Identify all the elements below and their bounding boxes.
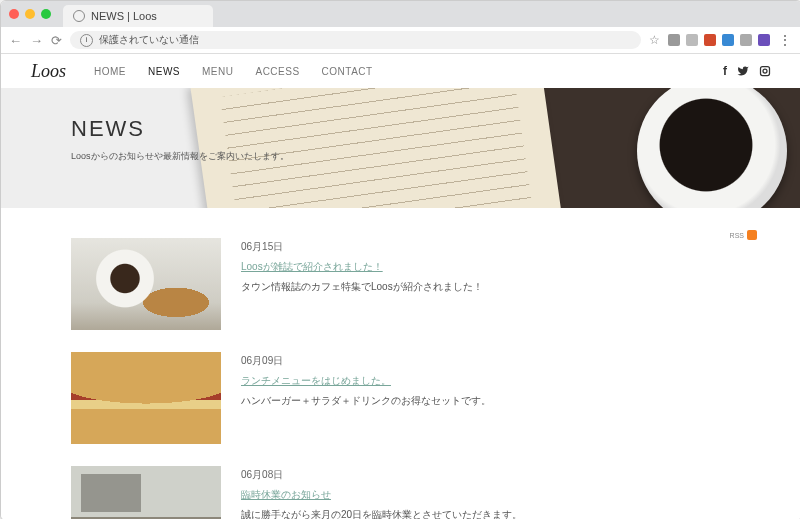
site-info-icon[interactable]: i [80,34,93,47]
news-date: 06月15日 [241,238,483,256]
address-security-label: 保護されていない通信 [99,33,199,47]
window-controls [9,9,51,19]
news-item: 06月08日 臨時休業のお知らせ 誠に勝手ながら来月の20日を臨時休業とさせてい… [71,466,731,519]
news-item: 06月09日 ランチメニューをはじめました。 ハンバーガー＋サラダ＋ドリンクのお… [71,352,731,444]
extension-icon[interactable] [668,34,680,46]
page-title: NEWS [71,116,289,142]
facebook-icon[interactable]: f [723,64,727,78]
news-list: 06月15日 Loosが雑誌で紹介されました！ タウン情報誌のカフェ特集でLoo… [71,238,731,519]
browser-tab[interactable]: NEWS | Loos [63,5,213,27]
news-thumbnail[interactable] [71,238,221,330]
tab-title: NEWS | Loos [91,10,157,22]
social-links: f [723,64,771,78]
browser-menu-button[interactable]: ⋮ [778,32,793,48]
main-content: RSS 06月15日 Loosが雑誌で紹介されました！ タウン情報誌のカフェ特集… [1,208,800,519]
twitter-icon[interactable] [737,64,749,78]
zoom-window-button[interactable] [41,9,51,19]
site-logo[interactable]: Loos [31,61,66,82]
nav-home[interactable]: HOME [94,66,126,77]
news-title-link[interactable]: 臨時休業のお知らせ [241,486,522,504]
news-thumbnail[interactable] [71,352,221,444]
news-desc: 誠に勝手ながら来月の20日を臨時休業とさせていただきます。 [241,506,522,519]
svg-rect-0 [761,67,770,76]
rss-label: RSS [730,232,744,239]
news-title-link[interactable]: ランチメニューをはじめました。 [241,372,491,390]
rss-icon [747,230,757,240]
extensions [668,34,770,46]
page-viewport[interactable]: Loos HOME NEWS MENU ACCESS CONTACT f NEW… [1,54,800,519]
bookmark-star-icon[interactable]: ☆ [649,33,660,47]
close-window-button[interactable] [9,9,19,19]
instagram-icon[interactable] [759,64,771,78]
forward-button[interactable]: → [30,33,43,48]
news-thumbnail[interactable] [71,466,221,519]
back-button[interactable]: ← [9,33,22,48]
nav-news[interactable]: NEWS [148,66,180,77]
address-bar[interactable]: i 保護されていない通信 [70,31,641,49]
extension-icon[interactable] [686,34,698,46]
nav-contact[interactable]: CONTACT [322,66,373,77]
hero-coffee-cup-image [637,88,787,208]
svg-point-1 [763,69,767,73]
extension-icon[interactable] [722,34,734,46]
browser-window: NEWS | Loos ← → ⟳ i 保護されていない通信 ☆ ⋮ Loos … [0,0,800,519]
extension-icon[interactable] [740,34,752,46]
tab-bar: NEWS | Loos [1,1,800,27]
news-title-link[interactable]: Loosが雑誌で紹介されました！ [241,258,483,276]
rss-link[interactable]: RSS [730,230,757,240]
news-date: 06月08日 [241,466,522,484]
nav-menu[interactable]: MENU [202,66,233,77]
news-desc: タウン情報誌のカフェ特集でLoosが紹介されました！ [241,278,483,296]
tab-favicon [73,10,85,22]
browser-toolbar: ← → ⟳ i 保護されていない通信 ☆ ⋮ [1,27,800,54]
site-header: Loos HOME NEWS MENU ACCESS CONTACT f [1,54,800,88]
extension-icon[interactable] [704,34,716,46]
nav-access[interactable]: ACCESS [255,66,299,77]
page-subtitle: Loosからのお知らせや最新情報をご案内いたします。 [71,150,289,163]
news-date: 06月09日 [241,352,491,370]
hero-banner: NEWS Loosからのお知らせや最新情報をご案内いたします。 [1,88,800,208]
news-item: 06月15日 Loosが雑誌で紹介されました！ タウン情報誌のカフェ特集でLoo… [71,238,731,330]
reload-button[interactable]: ⟳ [51,33,62,48]
minimize-window-button[interactable] [25,9,35,19]
news-desc: ハンバーガー＋サラダ＋ドリンクのお得なセットです。 [241,392,491,410]
profile-avatar[interactable] [758,34,770,46]
